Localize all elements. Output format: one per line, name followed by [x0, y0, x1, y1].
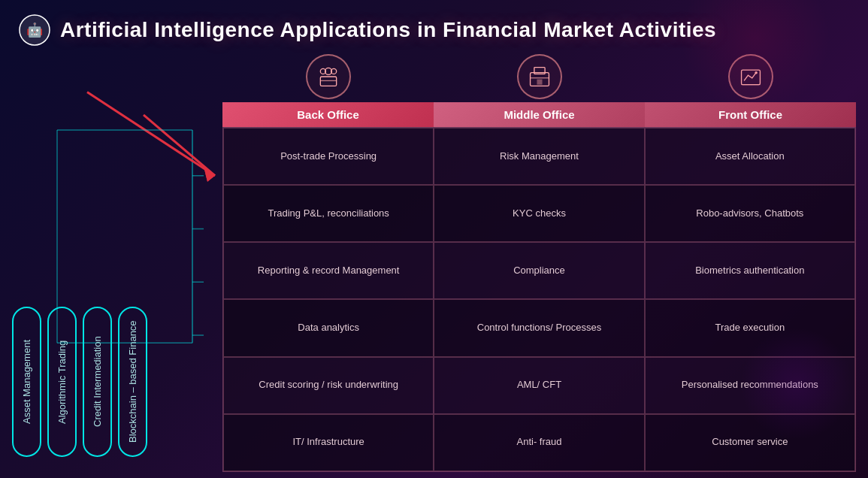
table-row: Anti- fraud	[434, 414, 644, 471]
table-row: Post-trade Processing	[223, 128, 434, 185]
table-row: KYC checks	[434, 185, 644, 242]
table-row: Reporting & record Management	[223, 242, 434, 299]
vertical-labels-container: Asset Management Algorithmic Trading Cre…	[12, 307, 222, 457]
svg-text:🤖: 🤖	[26, 22, 44, 38]
page-title: Artificial Intelligence Applications in …	[60, 18, 716, 42]
table-row: Compliance	[434, 242, 644, 299]
table-row: AML/ CFT	[434, 357, 644, 414]
table-row: Robo-advisors, Chatbots	[645, 185, 855, 242]
svg-line-5	[144, 115, 215, 176]
main-content: Asset Management Algorithmic Trading Cre…	[0, 54, 868, 472]
svg-marker-6	[204, 167, 215, 182]
middle-office-icon	[528, 65, 552, 89]
ai-brain-icon: 🤖	[18, 14, 51, 47]
table-row: Trading P&L, reconciliations	[223, 185, 434, 242]
col-header-back: Back Office	[222, 54, 434, 127]
table-row: Risk Management	[434, 128, 644, 185]
svg-rect-17	[320, 77, 336, 86]
back-office-icon	[316, 65, 340, 89]
svg-rect-22	[537, 80, 542, 85]
back-office-label: Back Office	[222, 102, 434, 127]
table-row: Biometrics authentication	[645, 242, 855, 299]
col-header-middle: Middle Office	[434, 54, 645, 127]
table-row: Data analytics	[223, 299, 434, 356]
table-row: IT/ Infrastructure	[223, 414, 434, 471]
vertical-label-algo: Algorithmic Trading	[47, 307, 77, 457]
middle-office-icon-container	[517, 54, 562, 99]
left-section: Asset Management Algorithmic Trading Cre…	[12, 54, 222, 472]
middle-office-label: Middle Office	[434, 102, 645, 127]
table-row: Asset Allocation	[645, 128, 855, 185]
vertical-label-asset: Asset Management	[12, 307, 41, 457]
svg-line-3	[87, 92, 215, 176]
table-row: Credit scoring / risk underwriting	[223, 357, 434, 414]
vertical-label-credit: Credit Intermediation	[83, 307, 112, 457]
back-office-icon-container	[306, 54, 351, 99]
svg-marker-4	[204, 167, 215, 182]
table-row: Control functions/ Processes	[434, 299, 644, 356]
vertical-label-blockchain: Blockchain – based Finance	[118, 307, 147, 457]
